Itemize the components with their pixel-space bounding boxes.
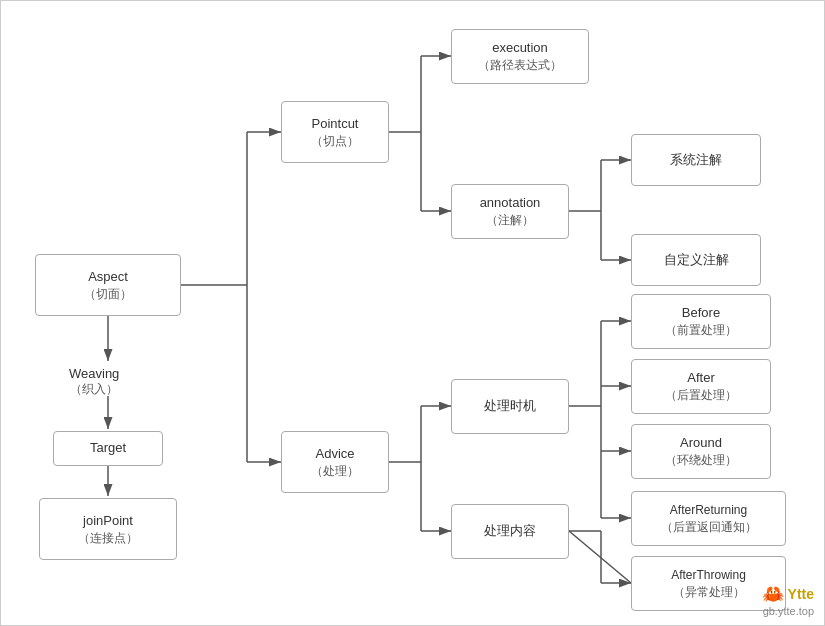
execution-label-zh: （路径表达式）	[478, 57, 562, 74]
content-label: 处理内容	[484, 522, 536, 540]
target-label-en: Target	[90, 439, 126, 457]
annotation-node: annotation （注解）	[451, 184, 569, 239]
advice-label-zh: （处理）	[311, 463, 359, 480]
system-annotation-label: 系统注解	[670, 151, 722, 169]
custom-annotation-label: 自定义注解	[664, 251, 729, 269]
watermark: 🦀 Ytte gb.ytte.top	[762, 583, 814, 617]
annotation-label-zh: （注解）	[486, 212, 534, 229]
watermark-url: gb.ytte.top	[762, 605, 814, 617]
after-node: After （后置处理）	[631, 359, 771, 414]
after-label-en: After	[687, 369, 714, 387]
pointcut-node: Pointcut （切点）	[281, 101, 389, 163]
afterreturning-node: AfterReturning （后置返回通知）	[631, 491, 786, 546]
weaving-zh: （织入）	[69, 381, 119, 398]
annotation-label-en: annotation	[480, 194, 541, 212]
weaving-label: Weaving （织入）	[69, 366, 119, 398]
weaving-en: Weaving	[69, 366, 119, 381]
before-label-zh: （前置处理）	[665, 322, 737, 339]
custom-annotation-node: 自定义注解	[631, 234, 761, 286]
timing-label: 处理时机	[484, 397, 536, 415]
joinpoint-label-zh: （连接点）	[78, 530, 138, 547]
system-annotation-node: 系统注解	[631, 134, 761, 186]
joinpoint-node: joinPoint （连接点）	[39, 498, 177, 560]
aspect-node: Aspect （切面）	[35, 254, 181, 316]
content-node: 处理内容	[451, 504, 569, 559]
afterthrowing-label-en: AfterThrowing	[671, 567, 746, 584]
pointcut-label-en: Pointcut	[312, 115, 359, 133]
joinpoint-label-en: joinPoint	[83, 512, 133, 530]
before-node: Before （前置处理）	[631, 294, 771, 349]
around-label-zh: （环绕处理）	[665, 452, 737, 469]
execution-node: execution （路径表达式）	[451, 29, 589, 84]
diagram-container: Aspect （切面） Weaving （织入） Target joinPoin…	[0, 0, 825, 626]
afterreturning-label-zh: （后置返回通知）	[661, 519, 757, 536]
aspect-label-en: Aspect	[88, 268, 128, 286]
aspect-label-zh: （切面）	[84, 286, 132, 303]
svg-line-23	[569, 531, 631, 583]
timing-node: 处理时机	[451, 379, 569, 434]
advice-node: Advice （处理）	[281, 431, 389, 493]
execution-label-en: execution	[492, 39, 548, 57]
target-node: Target	[53, 431, 163, 466]
watermark-logo: Ytte	[788, 586, 814, 602]
after-label-zh: （后置处理）	[665, 387, 737, 404]
around-label-en: Around	[680, 434, 722, 452]
afterthrowing-label-zh: （异常处理）	[673, 584, 745, 601]
around-node: Around （环绕处理）	[631, 424, 771, 479]
advice-label-en: Advice	[315, 445, 354, 463]
afterreturning-label-en: AfterReturning	[670, 502, 747, 519]
pointcut-label-zh: （切点）	[311, 133, 359, 150]
before-label-en: Before	[682, 304, 720, 322]
